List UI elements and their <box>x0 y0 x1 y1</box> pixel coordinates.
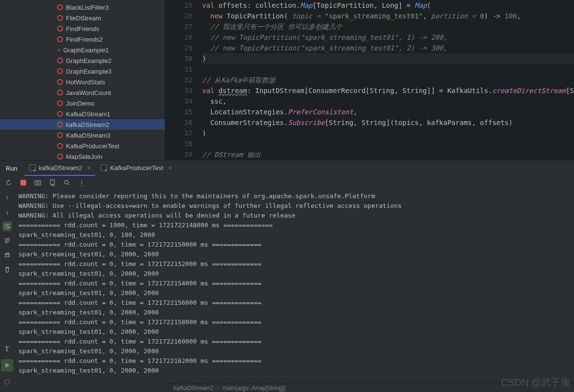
object-icon <box>57 132 63 138</box>
tree-item-graphexample2[interactable]: GraphExample2 <box>0 55 165 66</box>
console-line: spark_streaming_test01, 0, 2000, 2000 <box>18 366 574 376</box>
tree-item-label: KafkaDStream1 <box>66 110 111 118</box>
console-line: =========== rdd.count = 0, time = 172172… <box>18 259 574 269</box>
svg-text:T: T <box>5 345 9 353</box>
svg-point-7 <box>5 379 10 384</box>
object-icon <box>57 4 63 10</box>
run-toolbar-top: ⋮ <box>0 176 574 189</box>
console-line: WARNING: Please consider reporting this … <box>18 191 574 201</box>
tree-item-filedstream[interactable]: FileDStream <box>0 13 165 23</box>
object-icon <box>57 90 63 95</box>
structure-icon[interactable]: T <box>1 343 14 355</box>
tree-item-label: FileDStream <box>66 15 101 22</box>
file-tree[interactable]: BlackListFilter3FileDStreamFindFriendsFi… <box>0 0 165 160</box>
watermark: CSDN @武子康 <box>501 376 570 389</box>
tree-item-blacklistfilter3[interactable]: BlackListFilter3 <box>0 2 165 13</box>
object-icon <box>57 36 63 42</box>
code-editor[interactable]: 252627282930313233343536373839 val offse… <box>165 0 574 160</box>
console-line: =========== rdd.count = 0, time = 172172… <box>18 298 574 308</box>
run-tab-kafkaproducertest[interactable]: KafkaProducerTest× <box>96 160 176 176</box>
svg-rect-5 <box>6 253 9 254</box>
run-config-icon <box>100 164 107 171</box>
console-line: spark_streaming_test01, 0, 100, 2000 <box>18 230 574 240</box>
print-icon[interactable] <box>2 251 12 260</box>
console-line: spark_streaming_test01, 0, 2000, 2000 <box>18 308 574 317</box>
console-line: spark_streaming_test01, 0, 2000, 2000 <box>18 250 574 259</box>
object-icon <box>57 58 63 63</box>
object-icon <box>57 154 63 159</box>
down-icon[interactable]: ↓ <box>2 207 12 217</box>
tree-item-kafkadstream1[interactable]: KafkaDStream1 <box>0 109 165 119</box>
console-line: spark_streaming_test01, 0, 2000, 2000 <box>18 327 574 337</box>
up-icon[interactable]: ↑ <box>2 192 12 202</box>
tree-item-label: kafkaDStream2 <box>66 121 110 128</box>
tree-item-label: MapSideJoin <box>66 153 102 160</box>
run-tab-kafkadstream2[interactable]: kafkaDStream2× <box>24 160 96 176</box>
object-icon <box>57 111 63 117</box>
tree-item-label: BlackListFilter3 <box>66 4 109 11</box>
console-line: =========== rdd.count = 0, time = 172172… <box>18 356 574 366</box>
tree-item-kafkaproducertest[interactable]: KafkaProducerTest <box>0 141 165 151</box>
tree-item-label: FindFriends <box>66 25 99 32</box>
console-line: =========== rdd.count = 0, time = 172172… <box>18 240 574 250</box>
svg-point-3 <box>64 180 68 184</box>
tree-item-kafkadstream3[interactable]: KafkaDStream3 <box>0 130 165 141</box>
object-icon <box>57 26 63 31</box>
tree-item-label: KafkaDStream3 <box>66 132 111 139</box>
breadcrumb-sep: › <box>217 385 219 392</box>
console-line: =========== rdd.count = 0, time = 172172… <box>18 317 574 327</box>
export-icon[interactable] <box>48 178 57 188</box>
run-tab-label: KafkaProducerTest <box>110 164 163 172</box>
svg-rect-4 <box>5 254 9 257</box>
console-line: WARNING: All illegal access operations w… <box>18 211 574 220</box>
object-icon <box>57 68 63 74</box>
console-line: spark_streaming_test01, 0, 2000, 2000 <box>18 288 574 298</box>
console-line: spark_streaming_test01, 0, 2000, 2000 <box>18 269 574 279</box>
breadcrumb-method[interactable]: main(args: Array[String]) <box>223 385 286 392</box>
console-line: WARNING: Use --illegal-access=warn to en… <box>18 201 574 211</box>
tree-item-kafkadstream2[interactable]: kafkaDStream2 <box>0 119 165 130</box>
console-line: spark_streaming_test01, 0, 2000, 2000 <box>18 346 574 356</box>
stack-icon: ≡ <box>57 47 60 53</box>
trash-icon[interactable] <box>2 265 12 275</box>
console-line: =========== rdd.count = 0, time = 172172… <box>18 337 574 346</box>
object-icon <box>57 79 63 85</box>
wrap-icon[interactable] <box>2 221 12 231</box>
close-icon[interactable]: × <box>168 164 172 172</box>
code-area[interactable]: val offsets: collection.Map[TopicPartiti… <box>201 0 574 160</box>
tree-item-label: JoinDemo <box>66 100 95 107</box>
tree-item-javawordcount[interactable]: JavaWordCount <box>0 87 165 98</box>
run-config-icon <box>29 164 36 171</box>
svg-rect-2 <box>50 180 54 185</box>
tree-item-mapsidejoin[interactable]: MapSideJoin <box>0 151 165 160</box>
tree-item-findfriends[interactable]: FindFriends <box>0 23 165 34</box>
run-title: Run <box>6 165 17 172</box>
run-icon[interactable] <box>1 359 14 372</box>
tree-item-label: JavaWordCount <box>66 89 111 96</box>
line-gutter: 252627282930313233343536373839 <box>165 0 201 160</box>
stop-button[interactable] <box>18 178 28 188</box>
object-icon <box>57 100 63 106</box>
object-icon <box>57 122 63 127</box>
breadcrumb-file[interactable]: kafkaDStream2 <box>174 385 214 392</box>
tree-item-findfriends2[interactable]: FindFriends2 <box>0 34 165 45</box>
tree-item-hotwordstats[interactable]: HotWordStats <box>0 77 165 87</box>
scroll-icon[interactable] <box>2 236 12 246</box>
camera-icon[interactable] <box>33 178 43 188</box>
tree-item-label: HotWordStats <box>66 78 105 86</box>
object-icon <box>57 15 63 21</box>
close-icon[interactable]: × <box>87 164 91 172</box>
analyze-icon[interactable] <box>62 178 72 188</box>
tree-item-label: GraphExample2 <box>66 57 112 64</box>
console-line: =========== rdd.count = 0, time = 172172… <box>18 279 574 288</box>
console-output[interactable]: WARNING: Please consider reporting this … <box>15 189 574 383</box>
tree-item-joindemo[interactable]: JoinDemo <box>0 98 165 109</box>
tree-item-label: GraphExample1 <box>63 47 109 54</box>
tree-item-graphexample1[interactable]: ≡GraphExample1 <box>0 45 165 55</box>
svg-point-1 <box>37 182 39 184</box>
more-icon[interactable]: ⋮ <box>77 178 86 188</box>
rerun-button[interactable] <box>4 178 14 188</box>
tree-item-graphexample3[interactable]: GraphExample3 <box>0 66 165 77</box>
console-line: =========== rdd.count = 1900, time = 172… <box>18 220 574 230</box>
services-icon[interactable] <box>1 376 14 388</box>
